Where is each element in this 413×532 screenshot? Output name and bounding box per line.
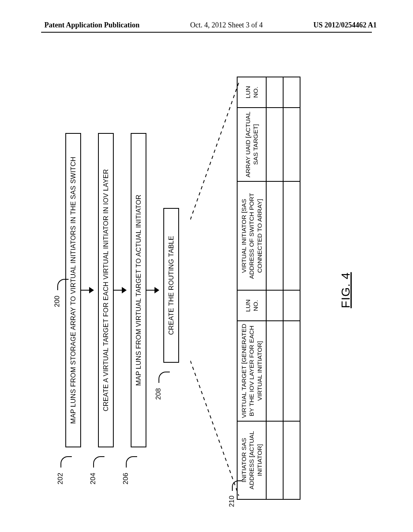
arrow-down-icon xyxy=(81,290,93,291)
arrow-down-icon xyxy=(146,290,159,291)
page: Patent Application Publication Oct. 4, 2… xyxy=(0,0,413,532)
table-row xyxy=(283,77,300,499)
cell xyxy=(266,77,283,108)
cell xyxy=(283,290,300,321)
cell xyxy=(283,77,300,108)
routing-table-wrap: 210 INITIATOR SAS ADDRESS [ACTUAL INITIA… xyxy=(237,77,300,500)
svg-line-1 xyxy=(190,83,239,220)
flow-step-text: CREATE THE ROUTING TABLE xyxy=(167,236,175,335)
header-row: Patent Application Publication Oct. 4, 2… xyxy=(0,21,413,29)
flow-step-206: 206 MAP LUNS FROM VIRTUAL TARGET TO ACTU… xyxy=(131,133,146,447)
table-row xyxy=(266,77,283,499)
cell xyxy=(283,421,300,499)
cell xyxy=(283,321,300,421)
header-center: Oct. 4, 2012 Sheet 3 of 4 xyxy=(190,21,263,29)
cell xyxy=(266,421,283,499)
flow-step-202: 202 MAP LUNS FROM STORAGE ARRAY TO VIRTU… xyxy=(65,133,81,447)
flow-step-text: MAP LUNS FROM VIRTUAL TARGET TO ACTUAL I… xyxy=(135,195,142,386)
header-left: Patent Application Publication xyxy=(44,21,140,29)
flow-step-text: CREATE A VIRTUAL TARGET FOR EACH VIRTUAL… xyxy=(102,169,109,411)
col-header: LUN NO. xyxy=(237,290,266,321)
arrow-down-icon xyxy=(114,290,126,291)
table-header-row: INITIATOR SAS ADDRESS [ACTUAL INITIATOR]… xyxy=(237,77,266,499)
col-header: ARRAY UAID [ACTUAL SAS TARGET] xyxy=(237,108,266,182)
ref-204: 204 xyxy=(89,473,97,484)
cell xyxy=(266,321,283,421)
flow-step-204: 204 CREATE A VIRTUAL TARGET FOR EACH VIR… xyxy=(98,133,114,447)
cell xyxy=(283,108,300,182)
page-header: Patent Application Publication Oct. 4, 2… xyxy=(0,21,413,36)
flow-step-208: 208 CREATE THE ROUTING TABLE xyxy=(163,208,179,363)
cell xyxy=(266,290,283,321)
flowchart: 202 MAP LUNS FROM STORAGE ARRAY TO VIRTU… xyxy=(65,133,179,447)
flow-step-text: MAP LUNS FROM STORAGE ARRAY TO VIRTUAL I… xyxy=(69,157,77,424)
header-rule xyxy=(41,32,372,33)
svg-line-0 xyxy=(190,361,239,496)
cell xyxy=(266,181,283,290)
header-right: US 2012/0254462 A1 xyxy=(313,21,377,29)
col-header: VIRTUAL INITIATOR [SAS ADDRESS OF SWITCH… xyxy=(237,181,266,290)
col-header: VIRTUAL TARGET [GENERATED BY THE IOV LAY… xyxy=(237,321,266,421)
cell xyxy=(283,181,300,290)
ref-202: 202 xyxy=(56,473,65,484)
figure-overall-ref: 200 xyxy=(53,296,61,307)
routing-table: INITIATOR SAS ADDRESS [ACTUAL INITIATOR]… xyxy=(237,77,300,500)
figure-4: 200 202 MAP LUNS FROM STORAGE ARRAY TO V… xyxy=(53,69,360,512)
ref-206: 206 xyxy=(122,473,130,484)
cell xyxy=(266,108,283,182)
ref-208: 208 xyxy=(154,388,163,400)
figure-caption: FIG. 4 xyxy=(339,69,353,512)
col-header: LUN NO. xyxy=(237,77,266,108)
ref-210: 210 xyxy=(228,496,236,507)
